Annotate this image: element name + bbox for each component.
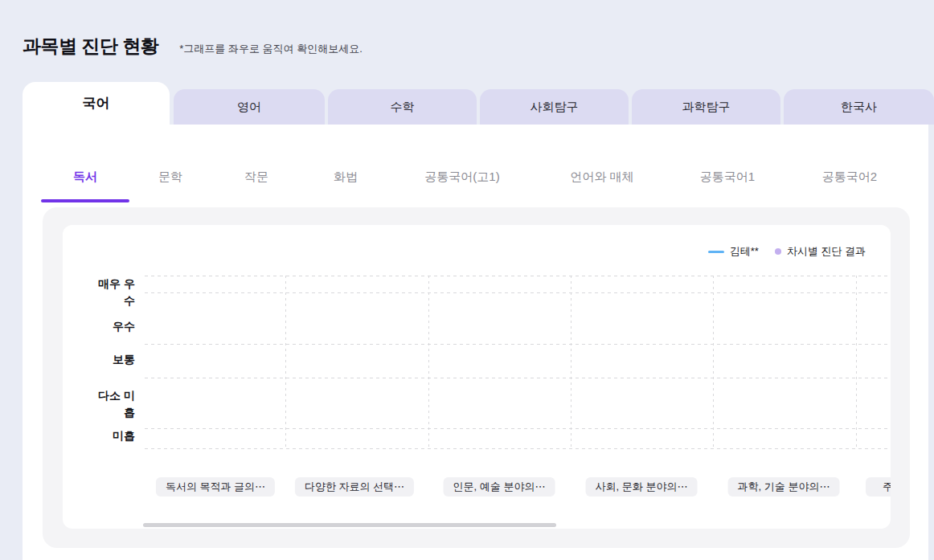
legend-label: 김테**	[730, 244, 759, 259]
gridline-h	[145, 448, 891, 449]
subtab-speech[interactable]: 화법	[334, 170, 358, 185]
content-panel: 독서 문학 작문 화법 공통국어(고1) 언어와 매체 공통국어1 공통국어2 …	[23, 125, 928, 560]
subject-tabbar: 국어 영어 수학 사회탐구 과학탐구 한국사	[0, 82, 934, 125]
subtab-language-media[interactable]: 언어와 매체	[570, 170, 633, 185]
y-axis-label-average: 보통	[88, 351, 135, 368]
x-axis-category: 인문, 예술 분야의⋯	[444, 477, 555, 497]
chart-legend: 김테** 차시별 진단 결과	[708, 244, 866, 259]
chart-card: 김테** 차시별 진단 결과 매우 우수 우수 보통 다소 미흡 미흡	[43, 207, 910, 548]
x-axis-category: 주	[866, 477, 891, 497]
y-axis-label-insufficient: 미흡	[88, 427, 135, 444]
gridline-v	[285, 276, 286, 448]
gridline-v	[856, 276, 857, 448]
tab-social-studies[interactable]: 사회탐구	[480, 89, 629, 125]
tab-science[interactable]: 과학탐구	[632, 89, 780, 125]
y-axis-label-excellent-plus: 매우 우수	[88, 276, 135, 309]
subtab-reading[interactable]: 독서	[73, 170, 97, 185]
y-axis-label-below-average: 다소 미흡	[88, 387, 135, 421]
subtab-literature[interactable]: 문학	[158, 170, 182, 185]
page-note: *그래프를 좌우로 움직여 확인해보세요.	[179, 42, 363, 56]
gridline-h	[145, 276, 891, 276]
page-title: 과목별 진단 현황	[23, 34, 158, 59]
gridline-v	[428, 276, 429, 448]
gridline-v	[713, 276, 714, 448]
gridline-h	[145, 344, 891, 345]
x-axis-category: 사회, 문화 분야의⋯	[586, 477, 698, 497]
gridline-h	[145, 292, 891, 293]
legend-label: 차시별 진단 결과	[787, 244, 866, 259]
line-swatch-icon	[708, 251, 724, 253]
chart-plot-area[interactable]: 김테** 차시별 진단 결과 매우 우수 우수 보통 다소 미흡 미흡	[63, 225, 891, 529]
tab-math[interactable]: 수학	[328, 89, 477, 125]
gridline-v	[571, 276, 571, 448]
course-subtabs: 독서 문학 작문 화법 공통국어(고1) 언어와 매체 공통국어1 공통국어2	[23, 125, 928, 207]
x-axis-category: 과학, 기술 분야의⋯	[728, 477, 840, 497]
dot-swatch-icon	[775, 248, 781, 255]
chart-horizontal-scrollbar[interactable]	[143, 523, 556, 527]
legend-item-student[interactable]: 김테**	[708, 244, 759, 259]
x-axis-category: 다양한 자료의 선택⋯	[295, 477, 414, 497]
legend-item-session-results[interactable]: 차시별 진단 결과	[775, 244, 866, 259]
gridline-h	[145, 428, 891, 429]
gridline-h	[145, 378, 891, 378]
tab-english[interactable]: 영어	[174, 89, 325, 125]
tab-korean[interactable]: 국어	[23, 82, 170, 125]
subtab-common-korean-2[interactable]: 공통국어2	[822, 170, 877, 185]
subtab-common-korean-1[interactable]: 공통국어1	[700, 170, 755, 185]
page-header: 과목별 진단 현황 *그래프를 좌우로 움직여 확인해보세요.	[23, 34, 363, 59]
tab-korean-history[interactable]: 한국사	[784, 89, 934, 125]
subtab-composition[interactable]: 작문	[244, 170, 268, 185]
subtab-common-korean-g1[interactable]: 공통국어(고1)	[424, 170, 499, 185]
y-axis-label-excellent: 우수	[88, 318, 135, 335]
x-axis-category: 독서의 목적과 글의⋯	[156, 477, 275, 497]
